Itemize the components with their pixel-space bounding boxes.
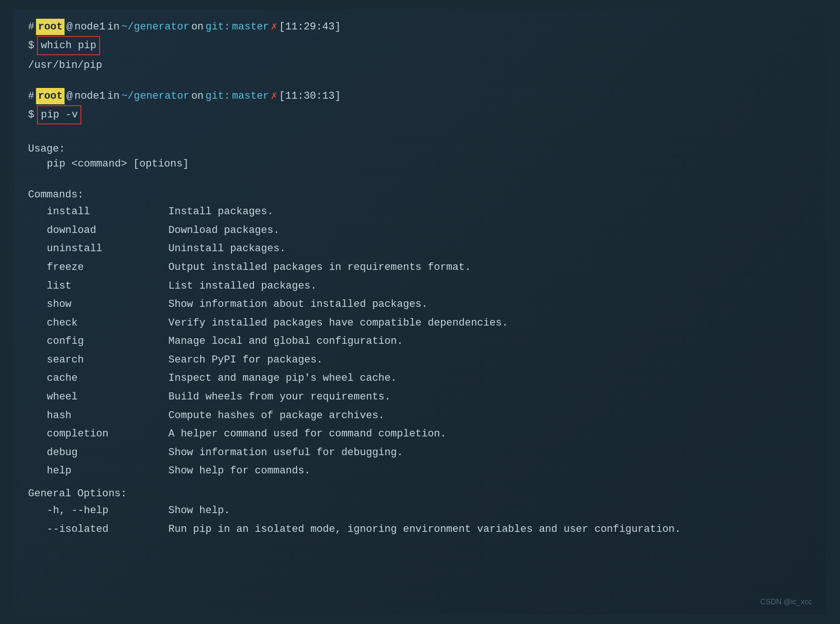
command-desc: Show information about installed package…: [168, 295, 812, 314]
command-name: config: [28, 332, 168, 351]
prompt-time-2: [11:30:13]: [279, 88, 341, 104]
prompt-git-2: git:: [205, 88, 230, 104]
output-which-pip: /usr/bin/pip: [28, 57, 812, 73]
command-row: debugShow information useful for debuggi…: [28, 443, 812, 462]
option-desc: Run pip in an isolated mode, ignoring en…: [168, 520, 812, 539]
blank-3: [28, 172, 812, 185]
command-row: installInstall packages.: [28, 203, 812, 221]
general-options-section: General Options: -h, --helpShow help.--i…: [28, 488, 812, 538]
prompt-user-2: root: [36, 88, 65, 104]
command-desc: Search PyPI for packages.: [168, 351, 812, 370]
prompt-host-2: node1: [74, 88, 105, 104]
command-desc: Show information useful for debugging.: [168, 443, 812, 462]
command-desc: Output installed packages in requirement…: [168, 258, 812, 277]
command-name: uninstall: [28, 239, 168, 258]
command-desc: Verify installed packages have compatibl…: [168, 314, 812, 333]
command-desc: List installed packages.: [168, 277, 812, 296]
general-options-header: General Options:: [28, 488, 812, 500]
command-row: configManage local and global configurat…: [28, 332, 812, 351]
command-text-1: which pip: [37, 36, 100, 55]
command-symbol-1: $: [28, 37, 34, 54]
prompt-hash-1: #: [28, 19, 34, 35]
command-name: completion: [28, 425, 168, 443]
command-desc: Uninstall packages.: [168, 239, 812, 258]
command-desc: Manage local and global configuration.: [168, 332, 812, 351]
prompt-user-1: root: [36, 19, 65, 35]
usage-text: pip <command> [options]: [28, 156, 812, 172]
prompt-on-1: on: [191, 19, 203, 35]
command-row: helpShow help for commands.: [28, 462, 812, 480]
command-line-2: $ pip -v: [28, 105, 812, 124]
command-row: freezeOutput installed packages in requi…: [28, 258, 812, 277]
command-line-1: $ which pip: [28, 36, 812, 55]
command-row: checkVerify installed packages have comp…: [28, 314, 812, 333]
prompt-x-2: ✗: [271, 88, 277, 104]
commands-table: installInstall packages.downloadDownload…: [28, 203, 812, 480]
prompt-hash-2: #: [28, 88, 34, 104]
command-row: completionA helper command used for comm…: [28, 425, 812, 443]
command-name: freeze: [28, 258, 168, 277]
commands-header: Commands:: [28, 189, 812, 201]
command-name: wheel: [28, 388, 168, 406]
command-row: hashCompute hashes of package archives.: [28, 406, 812, 425]
option-name: --isolated: [28, 520, 168, 539]
command-desc: Download packages.: [168, 221, 812, 240]
command-name: hash: [28, 406, 168, 425]
command-desc: Inspect and manage pip's wheel cache.: [168, 369, 812, 388]
command-row: uninstallUninstall packages.: [28, 239, 812, 258]
command-name: show: [28, 295, 168, 314]
command-name: cache: [28, 369, 168, 388]
command-name: install: [28, 203, 168, 221]
command-name: search: [28, 351, 168, 370]
prompt-git-1: git:: [205, 19, 230, 35]
option-name: -h, --help: [28, 501, 168, 520]
prompt-on-2: on: [191, 88, 203, 104]
prompt-at-1: @: [66, 19, 72, 35]
command-desc: Show help for commands.: [168, 462, 812, 480]
command-name: download: [28, 221, 168, 240]
command-row: showShow information about installed pac…: [28, 295, 812, 314]
command-row: downloadDownload packages.: [28, 221, 812, 240]
command-symbol-2: $: [28, 107, 34, 123]
usage-header: Usage:: [28, 143, 812, 155]
command-desc: Compute hashes of package archives.: [168, 406, 812, 425]
prompt-in-1: in: [107, 19, 119, 35]
prompt-at-2: @: [66, 88, 72, 104]
general-options-table: -h, --helpShow help.--isolatedRun pip in…: [28, 501, 812, 538]
command-row: wheelBuild wheels from your requirements…: [28, 388, 812, 406]
blank-1: [28, 75, 812, 88]
command-row: listList installed packages.: [28, 277, 812, 296]
command-desc: Build wheels from your requirements.: [168, 388, 812, 406]
terminal-window: # root @ node1 in ~/generator on git:mas…: [14, 9, 826, 615]
prompt-dir-1: ~/generator: [122, 19, 189, 35]
prompt-time-1: [11:29:43]: [279, 19, 341, 35]
command-row: cacheInspect and manage pip's wheel cach…: [28, 369, 812, 388]
general-option-row: -h, --helpShow help.: [28, 501, 812, 520]
command-desc: A helper command used for command comple…: [168, 425, 812, 443]
prompt-dir-2: ~/generator: [122, 88, 189, 104]
prompt-host-1: node1: [74, 19, 105, 35]
prompt-branch-1: master: [232, 19, 269, 35]
command-name: help: [28, 462, 168, 480]
command-name: debug: [28, 443, 168, 462]
blank-2: [28, 126, 812, 139]
watermark: CSDN @ic_xcc: [760, 598, 812, 606]
command-name: check: [28, 314, 168, 333]
prompt-line-1: # root @ node1 in ~/generator on git:mas…: [28, 19, 812, 35]
prompt-branch-2: master: [232, 88, 269, 104]
command-row: searchSearch PyPI for packages.: [28, 351, 812, 370]
command-text-2: pip -v: [37, 105, 81, 124]
command-desc: Install packages.: [168, 203, 812, 221]
command-name: list: [28, 277, 168, 296]
prompt-x-1: ✗: [271, 19, 277, 35]
prompt-in-2: in: [107, 88, 119, 104]
prompt-line-2: # root @ node1 in ~/generator on git:mas…: [28, 88, 812, 104]
general-option-row: --isolatedRun pip in an isolated mode, i…: [28, 520, 812, 539]
option-desc: Show help.: [168, 501, 812, 520]
